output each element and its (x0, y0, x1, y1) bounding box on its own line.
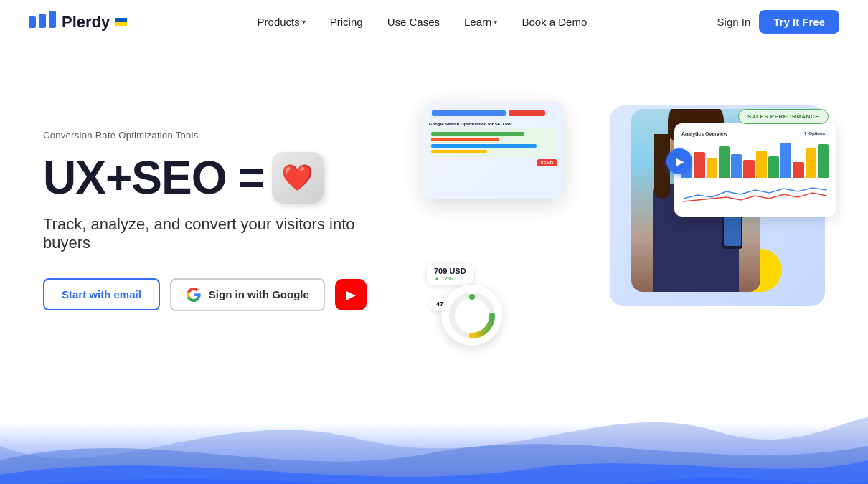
video-play-icon[interactable]: ▶ (666, 148, 692, 174)
logo-text: Plerdy (62, 13, 110, 32)
hero-subtitle: Conversion Rate Optimization Tools (43, 130, 402, 141)
hero-section: Conversion Rate Optimization Tools UX+SE… (0, 44, 868, 389)
svg-point-7 (469, 294, 475, 300)
svg-rect-3 (115, 18, 127, 22)
nav-use-cases[interactable]: Use Cases (377, 11, 450, 32)
hero-actions: Start with email Sign in with Google ▶ (43, 278, 402, 311)
wave-svg (0, 389, 868, 484)
chevron-down-icon: ▾ (302, 18, 306, 26)
sign-in-link[interactable]: Sign In (717, 16, 751, 28)
gauge-card (441, 285, 502, 346)
svg-rect-1 (39, 14, 46, 28)
try-free-button[interactable]: Try It Free (759, 10, 839, 34)
hero-illustration: Google Search Optimization for SEO Per..… (423, 91, 825, 349)
hero-tagline: Track, analyze, and convert your visitor… (43, 215, 402, 252)
heart-icon: ❤️ (272, 152, 324, 204)
hero-headline-text: UX+SEO = (43, 155, 265, 201)
nav-links: Products ▾ Pricing Use Cases Learn ▾ Boo… (247, 11, 598, 32)
nav-products[interactable]: Products ▾ (247, 11, 316, 32)
svg-rect-2 (49, 11, 56, 28)
nav-learn[interactable]: Learn ▾ (454, 11, 507, 32)
analytics-card: Analytics Overview ▼ Options (674, 123, 836, 217)
hero-headline: UX+SEO = ❤️ (43, 152, 402, 204)
youtube-button[interactable]: ▶ (335, 279, 367, 310)
google-signin-button[interactable]: Sign in with Google (170, 278, 325, 311)
seo-screenshot-card: Google Search Optimization for SEO Per..… (423, 102, 563, 199)
ukraine-flag (115, 18, 127, 26)
navbar: Plerdy Products ▾ Pricing Use Cases Lear… (0, 0, 868, 44)
wave-section (0, 389, 868, 484)
logo[interactable]: Plerdy (29, 11, 127, 34)
logo-icon (29, 11, 56, 34)
price-tag: 709 USD ▲ 12% (427, 264, 473, 285)
chevron-down-icon: ▾ (494, 18, 497, 26)
nav-book-demo[interactable]: Book a Demo (511, 11, 597, 32)
google-icon (186, 287, 202, 303)
svg-rect-4 (115, 22, 127, 27)
nav-pricing[interactable]: Pricing (320, 11, 373, 32)
gauge-chart (448, 291, 496, 340)
line-chart (681, 184, 829, 202)
nav-right: Sign In Try It Free (717, 10, 839, 34)
hero-left: Conversion Rate Optimization Tools UX+SE… (43, 130, 402, 311)
play-icon: ▶ (346, 287, 356, 303)
svg-rect-0 (29, 16, 36, 28)
start-email-button[interactable]: Start with email (43, 278, 160, 310)
sales-badge: SALES PERFORMANCE (738, 109, 829, 124)
